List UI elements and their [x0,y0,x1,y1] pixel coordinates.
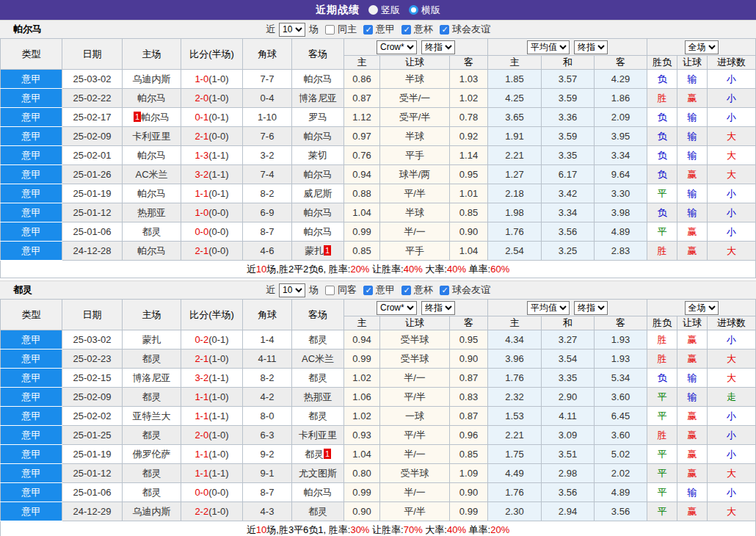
team-link[interactable]: 都灵 [142,487,161,498]
score-link[interactable]: 2-1(0-0) [195,131,228,142]
score-link[interactable]: 1-1(1-1) [195,468,228,479]
league-link[interactable]: 意甲 [22,150,41,161]
team-link[interactable]: 都灵 [308,334,327,345]
score-link[interactable]: 2-1(1-0) [195,353,228,364]
team-link[interactable]: 帕尔马 [137,245,166,256]
league-checkbox[interactable] [440,286,449,295]
team-link[interactable]: 都灵 [308,410,327,421]
team-link[interactable]: 都灵 [308,372,327,383]
score-link[interactable]: 1-0(0-0) [195,207,228,218]
league-checkbox[interactable] [363,286,373,295]
score-link[interactable]: 1-1(1-0) [195,391,228,402]
league-link[interactable]: 意甲 [22,169,41,180]
league-link[interactable]: 意甲 [22,410,41,421]
score-link[interactable]: 0-1(0-1) [195,112,228,123]
league-link[interactable]: 意甲 [22,207,41,218]
final-index-select[interactable]: 终指 [574,301,608,315]
score-link[interactable]: 2-0(1-0) [195,93,228,104]
team-link[interactable]: 罗马 [308,112,327,123]
league-link[interactable]: 意甲 [22,334,41,345]
score-link[interactable]: 1-1(1-0) [195,449,228,460]
team-link[interactable]: 帕尔马 [304,207,332,218]
score-link[interactable]: 1-1(0-1) [195,188,228,199]
league-link[interactable]: 意甲 [22,391,41,402]
league-checkbox[interactable] [363,25,373,35]
league-link[interactable]: 意甲 [22,245,41,256]
match-count-select[interactable]: 10 [279,23,305,37]
score-link[interactable]: 2-1(0-0) [195,245,228,256]
league-link[interactable]: 意甲 [22,131,41,142]
team-link[interactable]: 都灵1 [305,449,331,460]
team-link[interactable]: 蒙扎1 [305,245,331,256]
final-index-select[interactable]: 终指 [421,301,455,315]
bookmaker-select[interactable]: Crow* [377,40,417,54]
team-link[interactable]: 卡利亚里 [133,131,171,142]
average-select[interactable]: 平均值 [527,40,570,54]
team-link[interactable]: AC米兰 [302,353,334,364]
league-link[interactable]: 意甲 [22,430,41,441]
team-link[interactable]: 都灵 [308,506,327,517]
team-link[interactable]: 帕尔马 [137,93,166,104]
league-link[interactable]: 意甲 [22,112,41,123]
team-link[interactable]: 乌迪内斯 [133,73,171,84]
score-link[interactable]: 1-1(1-1) [195,410,228,421]
bookmaker-select[interactable]: Crow* [377,301,417,315]
league-link[interactable]: 意甲 [22,188,41,199]
team-link[interactable]: 卡利亚里 [299,430,337,441]
team-link[interactable]: 博洛尼亚 [133,372,171,383]
team-link[interactable]: 都灵 [142,391,161,402]
team-link[interactable]: 1帕尔马 [134,112,170,123]
team-link[interactable]: 佛罗伦萨 [133,449,171,460]
scope-select[interactable]: 全场 [685,301,719,315]
final-index-select[interactable]: 终指 [421,40,455,54]
league-link[interactable]: 意甲 [22,487,41,498]
team-link[interactable]: 都灵 [142,353,161,364]
league-checkbox[interactable] [440,25,449,35]
league-link[interactable]: 意甲 [22,449,41,460]
league-link[interactable]: 意甲 [22,372,41,383]
layout-option-vertical[interactable]: 竖版 [368,4,400,17]
league-link[interactable]: 意甲 [22,93,41,104]
score-link[interactable]: 3-2(1-1) [195,372,228,383]
final-index-select[interactable]: 终指 [574,40,608,54]
team-link[interactable]: 亚特兰大 [133,410,171,421]
score-link[interactable]: 1-3(1-1) [195,150,228,161]
league-link[interactable]: 意甲 [22,468,41,479]
league-link[interactable]: 意甲 [22,73,41,84]
scope-select[interactable]: 全场 [685,40,719,54]
team-link[interactable]: 热那亚 [137,207,166,218]
score-link[interactable]: 0-0(0-0) [195,487,228,498]
team-link[interactable]: 都灵 [142,430,161,441]
league-link[interactable]: 意甲 [22,506,41,517]
team-link[interactable]: 帕尔马 [137,150,166,161]
same-venue-checkbox[interactable] [325,286,335,295]
match-count-select[interactable]: 10 [279,283,305,297]
score-link[interactable]: 2-0(1-0) [195,430,228,441]
team-link[interactable]: 蒙扎 [142,334,161,345]
same-venue-checkbox[interactable] [325,25,335,35]
team-link[interactable]: AC米兰 [135,169,167,180]
team-link[interactable]: 帕尔马 [137,188,166,199]
team-link[interactable]: 尤文图斯 [299,468,337,479]
layout-option-horizontal[interactable]: 横版 [409,4,440,17]
league-checkbox[interactable] [401,25,411,35]
team-link[interactable]: 帕尔马 [304,73,332,84]
team-link[interactable]: 帕尔马 [304,226,332,237]
team-link[interactable]: 乌迪内斯 [133,506,171,517]
team-link[interactable]: 都灵 [142,226,161,237]
score-link[interactable]: 3-2(1-1) [195,169,228,180]
team-link[interactable]: 帕尔马 [304,487,332,498]
score-link[interactable]: 2-2(1-0) [195,506,228,517]
score-link[interactable]: 0-2(0-1) [195,334,228,345]
team-link[interactable]: 热那亚 [304,391,332,402]
radio-icon-horizontal[interactable] [409,5,418,15]
average-select[interactable]: 平均值 [527,301,570,315]
league-link[interactable]: 意甲 [22,353,41,364]
league-checkbox[interactable] [401,286,411,295]
team-link[interactable]: 莱切 [308,150,327,161]
score-link[interactable]: 0-0(0-0) [195,226,228,237]
team-link[interactable]: 帕尔马 [304,131,332,142]
radio-icon-vertical[interactable] [368,5,378,15]
team-link[interactable]: 博洛尼亚 [299,93,337,104]
league-link[interactable]: 意甲 [22,226,41,237]
